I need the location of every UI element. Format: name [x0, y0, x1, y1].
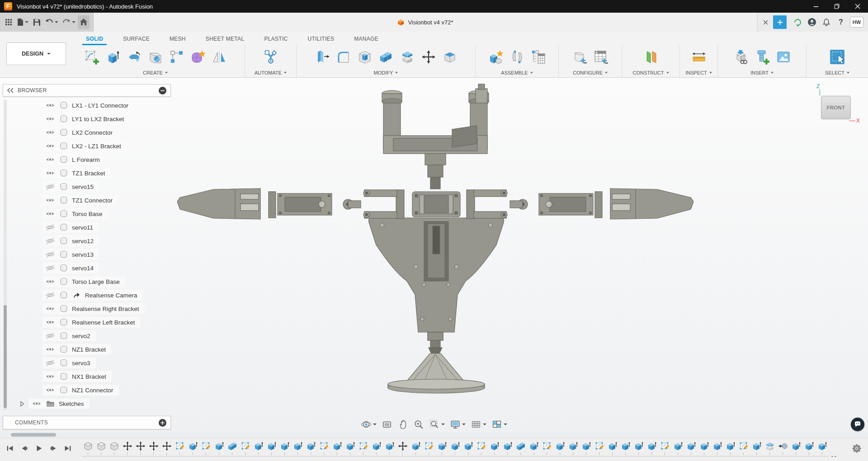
timeline-feature-presspull[interactable]	[763, 441, 776, 455]
timeline-feature-extrude[interactable]	[383, 441, 396, 455]
group-label-assemble[interactable]: ASSEMBLE	[476, 68, 558, 77]
split-body-icon[interactable]	[399, 48, 416, 66]
timeline-feature-extrude[interactable]	[186, 441, 199, 455]
browser-item[interactable]: L Forearm	[3, 153, 171, 166]
skip-to-end-button[interactable]	[62, 443, 73, 453]
timeline-feature-sketch[interactable]	[199, 441, 212, 455]
timeline-feature-sketch[interactable]	[422, 441, 435, 455]
timeline-feature-extrude[interactable]	[724, 441, 737, 455]
press-pull-icon[interactable]	[314, 48, 331, 66]
file-menu-button[interactable]	[15, 15, 30, 29]
insert-canvas-icon[interactable]	[775, 48, 792, 66]
timeline-feature-extrude[interactable]	[488, 441, 501, 455]
tab-sheet-metal[interactable]: SHEET METAL	[196, 33, 255, 45]
chamfer-icon[interactable]	[441, 48, 458, 66]
browser-item-label[interactable]: servo2	[72, 333, 90, 339]
play-button[interactable]	[33, 443, 44, 453]
tab-manage[interactable]: MANAGE	[344, 33, 388, 45]
step-forward-button[interactable]	[48, 443, 59, 453]
grid-snaps-button[interactable]	[469, 418, 488, 431]
hole-icon[interactable]	[147, 48, 164, 66]
timeline-track[interactable]	[81, 441, 836, 457]
timeline-feature-extrude[interactable]	[330, 441, 344, 455]
skip-to-start-button[interactable]	[5, 443, 15, 453]
timeline-feature-extrude[interactable]	[435, 441, 448, 455]
insert-derive-icon[interactable]	[732, 48, 750, 66]
timeline-scrollbar-thumb[interactable]	[11, 433, 56, 437]
timeline-feature-sketch[interactable]	[475, 441, 488, 455]
tab-plastic[interactable]: PLASTIC	[254, 33, 297, 45]
construct-plane-icon[interactable]	[642, 48, 660, 66]
browser-item[interactable]: LY1 to LX2 Bracket	[3, 112, 171, 126]
browser-item[interactable]: LX2 - LZ1 Bracket	[3, 139, 171, 153]
browser-scrollbar[interactable]	[4, 99, 7, 410]
visibility-eye-icon[interactable]	[45, 292, 56, 299]
job-status-icon[interactable]	[790, 15, 805, 29]
browser-header[interactable]: BROWSER	[3, 84, 171, 97]
browser-item[interactable]: servo15	[3, 180, 171, 193]
browser-item[interactable]: Torso Large Base	[3, 275, 171, 288]
timeline-feature-sketch[interactable]	[357, 441, 370, 455]
timeline-feature-move[interactable]	[121, 441, 134, 455]
extrude-icon[interactable]	[104, 48, 122, 66]
visibility-eye-icon[interactable]	[45, 386, 56, 394]
browser-item-label[interactable]: servo11	[72, 224, 93, 231]
save-button[interactable]	[31, 15, 42, 29]
timeline-feature-extrude[interactable]	[448, 441, 462, 455]
timeline-feature-extrude[interactable]	[265, 441, 278, 455]
timeline-feature-extrude[interactable]	[671, 441, 684, 455]
timeline-feature-extrude[interactable]	[212, 441, 226, 455]
tab-mesh[interactable]: MESH	[160, 33, 196, 45]
timeline-feature-sketch[interactable]	[317, 441, 330, 455]
timeline-settings-gear-icon[interactable]	[852, 443, 862, 453]
browser-item[interactable]: Realsense Right Bracket	[3, 302, 171, 315]
configuration-table-icon[interactable]	[592, 48, 609, 66]
timeline-feature-base[interactable]	[81, 441, 94, 455]
add-comment-button[interactable]	[159, 419, 166, 427]
visibility-eye-icon[interactable]	[45, 305, 56, 312]
browser-item-label[interactable]: Realsense Left Bracket	[72, 319, 135, 326]
insert-fastener-icon[interactable]	[754, 48, 771, 66]
timeline-feature-extrude[interactable]	[462, 441, 475, 455]
data-panel-grid-icon[interactable]	[3, 15, 14, 29]
timeline-feature-move[interactable]	[396, 441, 409, 455]
home-view-button[interactable]	[78, 15, 90, 29]
visibility-eye-icon[interactable]	[45, 115, 56, 122]
browser-item-label[interactable]: NZ1 Bracket	[72, 346, 106, 353]
timeline-feature-extrude[interactable]	[344, 441, 357, 455]
timeline-feature-combine[interactable]	[226, 441, 239, 455]
visibility-eye-icon[interactable]	[45, 183, 56, 190]
user-initials-badge[interactable]: HW	[850, 17, 863, 28]
group-label-inspect[interactable]: INSPECT	[680, 68, 717, 77]
timeline-feature-extrude[interactable]	[566, 441, 580, 455]
browser-item[interactable]: servo11	[3, 221, 171, 234]
timeline-feature-sketch[interactable]	[658, 441, 671, 455]
visibility-eye-icon[interactable]	[45, 332, 56, 339]
collapse-panel-icon[interactable]	[7, 88, 14, 93]
timeline-feature-base[interactable]	[94, 441, 108, 455]
mirror-icon[interactable]	[211, 48, 228, 66]
visibility-eye-icon[interactable]	[45, 210, 56, 217]
browser-item[interactable]: servo13	[3, 248, 171, 261]
visibility-eye-icon[interactable]	[31, 400, 42, 407]
select-icon[interactable]	[829, 48, 846, 66]
new-component-icon[interactable]	[487, 48, 505, 66]
browser-item-label[interactable]: servo15	[72, 183, 94, 190]
group-label-configure[interactable]: CONFIGURE	[559, 68, 622, 77]
timeline-feature-revert[interactable]	[776, 441, 789, 455]
browser-item[interactable]: Torso Base	[3, 207, 171, 221]
visibility-eye-icon[interactable]	[45, 359, 56, 367]
timeline-feature-extrude[interactable]	[619, 441, 632, 455]
browser-item-label[interactable]: servo14	[72, 265, 94, 272]
revolve-icon[interactable]	[126, 48, 143, 66]
timeline-feature-extrude[interactable]	[606, 441, 619, 455]
workspace-selector[interactable]: DESIGN	[6, 42, 66, 65]
browser-item-label[interactable]: servo3	[72, 360, 90, 367]
timeline-feature-move[interactable]	[134, 441, 147, 455]
group-label-automate[interactable]: AUTOMATE	[245, 68, 296, 77]
browser-item[interactable]: LX1 - LY1 Connector	[3, 99, 171, 112]
move-copy-icon[interactable]	[420, 48, 437, 66]
assistant-button[interactable]	[851, 418, 864, 431]
timeline-feature-base[interactable]	[108, 441, 121, 455]
step-back-button[interactable]	[19, 443, 30, 453]
